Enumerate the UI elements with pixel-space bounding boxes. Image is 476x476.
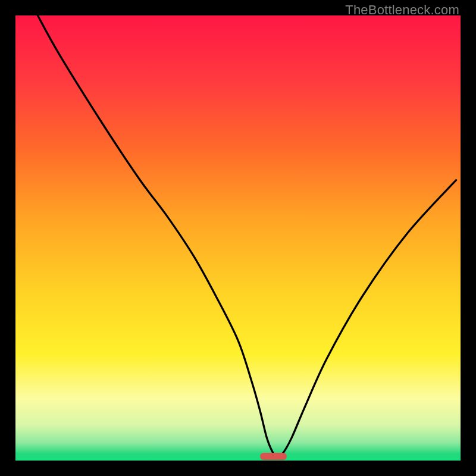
optimal-marker: [260, 453, 287, 460]
watermark-text: TheBottleneck.com: [345, 2, 459, 18]
svg-rect-0: [15, 15, 461, 461]
plot-area: [15, 15, 461, 461]
chart-frame: TheBottleneck.com: [0, 0, 476, 476]
background-gradient: [15, 15, 461, 461]
